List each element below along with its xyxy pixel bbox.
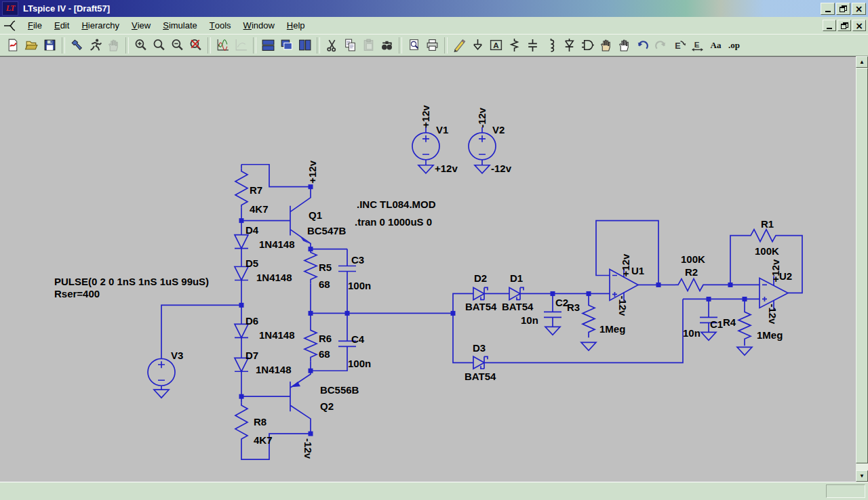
schematic-label-r6-value[interactable]: 68 xyxy=(319,348,330,360)
scrollbar-thumb[interactable] xyxy=(856,68,868,463)
mirror-button[interactable] xyxy=(688,36,707,54)
zoom-full-extents-button[interactable] xyxy=(186,36,205,54)
schematic-label-q2-value[interactable]: BC556B xyxy=(320,384,359,396)
ground-symbol-v1[interactable] xyxy=(418,165,433,173)
schematic-label-net-plus12v-u1[interactable]: +12v xyxy=(620,253,631,276)
schematic-label-r4-value[interactable]: 1Meg xyxy=(757,329,783,341)
scroll-down-button[interactable]: ▼ xyxy=(856,470,868,482)
schematic-label-r5-value[interactable]: 68 xyxy=(319,278,330,290)
menu-window[interactable]: Window xyxy=(237,17,281,34)
minimize-button[interactable] xyxy=(821,3,835,15)
schematic-label-v3-value-line1[interactable]: PULSE(0 2 0 1nS 1nS 1uS 99uS) xyxy=(54,276,209,287)
print-preview-button[interactable] xyxy=(405,36,423,54)
draw-wire-button[interactable] xyxy=(450,36,469,54)
voltage-source-V3[interactable] xyxy=(148,358,175,390)
menu-edit[interactable]: Edit xyxy=(48,17,75,34)
resistor-R7[interactable] xyxy=(235,169,248,208)
resistor-R4[interactable] xyxy=(738,299,751,346)
schematic-label-c4-name[interactable]: C4 xyxy=(351,333,365,345)
schematic-label-r8-name[interactable]: R8 xyxy=(254,416,267,428)
tile-vertical-button[interactable] xyxy=(296,36,314,54)
schematic-label-q1-name[interactable]: Q1 xyxy=(309,209,322,221)
schematic-label-c3-value[interactable]: 100n xyxy=(348,280,371,291)
menu-simulate[interactable]: Simulate xyxy=(157,17,203,34)
schematic-label-r2-name[interactable]: R2 xyxy=(685,266,698,278)
schematic-label-c2-value[interactable]: 10n xyxy=(521,314,538,326)
diode-D4[interactable] xyxy=(235,235,248,249)
schematic-label-r3-value[interactable]: 1Meg xyxy=(599,323,625,335)
resistor-R6[interactable] xyxy=(304,313,317,361)
schematic-label-d5-value[interactable]: 1N4148 xyxy=(256,272,292,283)
schematic-label-d2-name[interactable]: D2 xyxy=(474,272,487,284)
ground-symbol-c2[interactable] xyxy=(545,327,560,335)
schematic-label-r1-value[interactable]: 100K xyxy=(755,245,779,257)
schematic-label-net-plus12v-v1[interactable]: +12v xyxy=(420,104,431,127)
schematic-label-net-plus12v-u2[interactable]: +12v xyxy=(770,259,781,282)
schematic-label-d7-name[interactable]: D7 xyxy=(245,350,258,361)
voltage-source-V2[interactable] xyxy=(469,127,496,165)
schematic-label-v1-name[interactable]: V1 xyxy=(436,124,448,136)
place-inductor-button[interactable] xyxy=(542,36,560,54)
tile-horizontal-button[interactable] xyxy=(259,36,277,54)
schematic-label-r2-value[interactable]: 100K xyxy=(681,253,705,265)
schematic-label-r1-name[interactable]: R1 xyxy=(761,218,774,230)
find-button[interactable] xyxy=(378,36,396,54)
schematic-label-r6-name[interactable]: R6 xyxy=(319,333,332,344)
schematic-label-c1-name[interactable]: C1 xyxy=(710,318,723,330)
schematic-label-c3-name[interactable]: C3 xyxy=(351,254,364,266)
schematic-label-d4-name[interactable]: D4 xyxy=(245,224,259,236)
place-diode-button[interactable] xyxy=(560,36,578,54)
plot-settings-button[interactable] xyxy=(232,36,250,54)
move-button[interactable] xyxy=(597,36,615,54)
schematic-label-d4-value[interactable]: 1N4148 xyxy=(259,238,294,250)
schematic-label-v3-name[interactable]: V3 xyxy=(171,350,183,361)
schematic-label-c1-value[interactable]: 10n xyxy=(683,327,701,339)
rotate-button[interactable] xyxy=(670,36,688,54)
scroll-up-button[interactable]: ▲ xyxy=(856,56,868,68)
transistor-Q2[interactable] xyxy=(241,371,311,434)
schematic-label-c4-value[interactable]: 100n xyxy=(348,358,371,369)
paste-button[interactable] xyxy=(359,36,378,54)
halt-simulation-button[interactable] xyxy=(104,36,123,54)
schematic-label-d3-name[interactable]: D3 xyxy=(473,342,486,354)
control-panel-button[interactable] xyxy=(68,36,86,54)
resistor-R3[interactable] xyxy=(583,293,595,337)
resistor-R2[interactable] xyxy=(675,278,706,291)
schematic-label-d1-value[interactable]: BAT54 xyxy=(502,301,534,312)
spice-directive-button[interactable]: .op xyxy=(725,36,743,54)
schematic-label-q2-name[interactable]: Q2 xyxy=(320,400,334,412)
schematic-label-d6-value[interactable]: 1N4148 xyxy=(259,329,294,341)
menu-tools[interactable]: Tools xyxy=(203,17,237,34)
ground-symbol-r4[interactable] xyxy=(737,347,752,355)
schematic-label-d7-value[interactable]: 1N4148 xyxy=(256,364,291,375)
place-text-button[interactable]: Aa xyxy=(707,36,725,54)
schematic-label-v1-value[interactable]: +12v xyxy=(435,163,458,174)
ground-symbol-v2[interactable] xyxy=(475,165,490,173)
save-button[interactable] xyxy=(41,36,59,54)
voltage-source-V1[interactable] xyxy=(412,127,439,165)
schematic-label-net-minus12v-v2[interactable]: -12v xyxy=(476,107,488,128)
schematic-label-d1-name[interactable]: D1 xyxy=(510,272,523,284)
run-simulation-button[interactable] xyxy=(86,36,104,54)
cut-button[interactable] xyxy=(323,36,341,54)
schematic-label-d3-value[interactable]: BAT54 xyxy=(465,371,496,382)
zoom-to-extents-button[interactable] xyxy=(150,36,168,54)
schematic-label-net-plus12v-q1[interactable]: +12v xyxy=(307,160,318,183)
schematic-label-d5-name[interactable]: D5 xyxy=(245,258,258,270)
schematic-label-v3-value-line2[interactable]: Rser=400 xyxy=(54,288,100,299)
zoom-out-button[interactable] xyxy=(168,36,186,54)
resistor-R5[interactable] xyxy=(304,249,317,284)
schematic-label-directive-tran[interactable]: .tran 0 1000uS 0 xyxy=(355,216,432,228)
restore-button[interactable] xyxy=(836,3,850,15)
schematic-label-directive-include[interactable]: .INC TL084.MOD xyxy=(357,199,436,210)
schematic-label-d6-name[interactable]: D6 xyxy=(245,315,258,327)
undo-button[interactable] xyxy=(633,36,652,54)
mdi-minimize-button[interactable] xyxy=(823,20,836,31)
menu-hierarchy[interactable]: Hierarchy xyxy=(75,17,125,34)
print-button[interactable] xyxy=(423,36,441,54)
place-resistor-button[interactable] xyxy=(505,36,524,54)
place-ground-button[interactable] xyxy=(469,36,487,54)
menu-view[interactable]: View xyxy=(125,17,157,34)
schematic-canvas[interactable]: PULSE(0 2 0 1nS 1nS 1uS 99uS)Rser=400V3R… xyxy=(0,56,856,482)
place-label-button[interactable] xyxy=(487,36,505,54)
